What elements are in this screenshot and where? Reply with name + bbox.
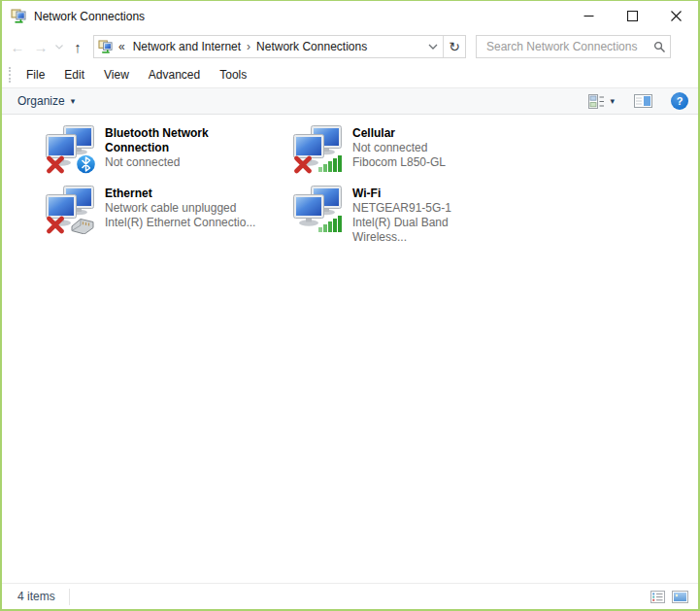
connection-item-cellular[interactable]: Cellular Not connected Fibocom L850-GL: [293, 125, 541, 174]
connection-status: Not connected: [352, 141, 506, 155]
menu-gripper[interactable]: [9, 67, 11, 83]
bluetooth-connection-icon: [46, 125, 98, 174]
details-view-button[interactable]: [650, 591, 665, 603]
menu-tools[interactable]: Tools: [210, 64, 256, 85]
close-button[interactable]: [654, 1, 698, 30]
menu-file[interactable]: File: [17, 64, 54, 85]
minimize-button[interactable]: [567, 1, 611, 30]
status-bar: 4 items: [2, 583, 698, 609]
search-icon: [653, 41, 666, 53]
network-connections-window: Network Connections ← → ↑: [0, 0, 700, 611]
bluetooth-icon: [77, 155, 95, 174]
cellular-connection-icon: [293, 125, 346, 174]
connection-name: Cellular: [352, 126, 506, 141]
network-connections-app-icon: [11, 9, 26, 24]
chevron-down-icon: ▾: [610, 96, 615, 106]
change-view-button[interactable]: ▾: [585, 92, 617, 111]
connections-list-area: Bluetooth Network Connection Not connect…: [2, 115, 698, 583]
chevron-down-icon: [428, 44, 438, 50]
wifi-connection-icon: [293, 186, 346, 234]
connection-status: NETGEAR91-5G-1: [352, 201, 506, 216]
preview-pane-button[interactable]: [631, 92, 655, 110]
connection-item-ethernet[interactable]: Ethernet Network cable unplugged Intel(R…: [46, 186, 293, 245]
address-location-icon: [98, 40, 113, 54]
up-button[interactable]: ↑: [66, 34, 89, 59]
preview-pane-icon: [634, 94, 652, 108]
help-button[interactable]: ?: [671, 92, 688, 110]
connection-device: Intel(R) Dual Band Wireless...: [352, 216, 506, 245]
window-title: Network Connections: [34, 10, 567, 23]
connection-device: Intel(R) Ethernet Connectio...: [105, 216, 258, 230]
ethernet-plug-icon: [72, 220, 93, 235]
connection-name: Wi-Fi: [352, 187, 506, 201]
monitor-front: [294, 195, 324, 226]
menu-advanced[interactable]: Advanced: [139, 64, 210, 85]
menu-view[interactable]: View: [94, 64, 139, 85]
breadcrumb-network-and-internet[interactable]: Network and Internet: [129, 40, 245, 53]
connection-status: Network cable unplugged: [105, 201, 258, 216]
forward-button[interactable]: →: [29, 34, 52, 59]
view-options-icon: [588, 94, 605, 109]
address-bar[interactable]: « Network and Internet › Network Connect…: [93, 35, 466, 58]
organize-label: Organize: [17, 94, 65, 108]
menu-edit[interactable]: Edit: [54, 64, 94, 85]
items-count: 4 items: [17, 590, 55, 603]
help-icon: ?: [677, 95, 683, 107]
large-icons-view-button[interactable]: [672, 591, 688, 603]
connection-name: Bluetooth Network Connection: [105, 126, 258, 155]
menu-bar: File Edit View Advanced Tools: [2, 62, 698, 87]
connection-item-wifi[interactable]: Wi-Fi NETGEAR91-5G-1 Intel(R) Dual Band …: [293, 186, 541, 245]
breadcrumb-network-connections[interactable]: Network Connections: [252, 40, 371, 53]
search-box[interactable]: [476, 35, 671, 58]
search-input[interactable]: [484, 39, 653, 54]
back-icon: ←: [11, 39, 25, 55]
recent-locations-button[interactable]: [52, 34, 66, 59]
chevron-down-icon: ▾: [71, 96, 76, 106]
ethernet-connection-icon: [46, 186, 98, 234]
breadcrumb-overflow[interactable]: «: [118, 40, 125, 53]
command-toolbar: Organize ▾ ▾: [2, 87, 698, 115]
address-dropdown-button[interactable]: [423, 36, 443, 57]
refresh-icon: ↻: [449, 39, 460, 54]
connection-name: Ethernet: [105, 187, 258, 201]
forward-icon: →: [34, 39, 49, 55]
connection-device: Fibocom L850-GL: [352, 155, 506, 170]
navigation-bar: ← → ↑ « Network and Internet › Network C…: [2, 31, 698, 62]
back-button[interactable]: ←: [6, 34, 29, 59]
refresh-button[interactable]: ↻: [444, 36, 465, 57]
breadcrumb-separator: ›: [245, 40, 252, 53]
connection-item-bluetooth[interactable]: Bluetooth Network Connection Not connect…: [46, 125, 293, 174]
title-bar: Network Connections: [2, 1, 698, 31]
connection-status: Not connected: [105, 155, 258, 170]
maximize-button[interactable]: [611, 1, 654, 30]
up-icon: ↑: [74, 39, 82, 55]
organize-button[interactable]: Organize ▾: [17, 94, 75, 108]
chevron-down-icon: [55, 45, 63, 50]
